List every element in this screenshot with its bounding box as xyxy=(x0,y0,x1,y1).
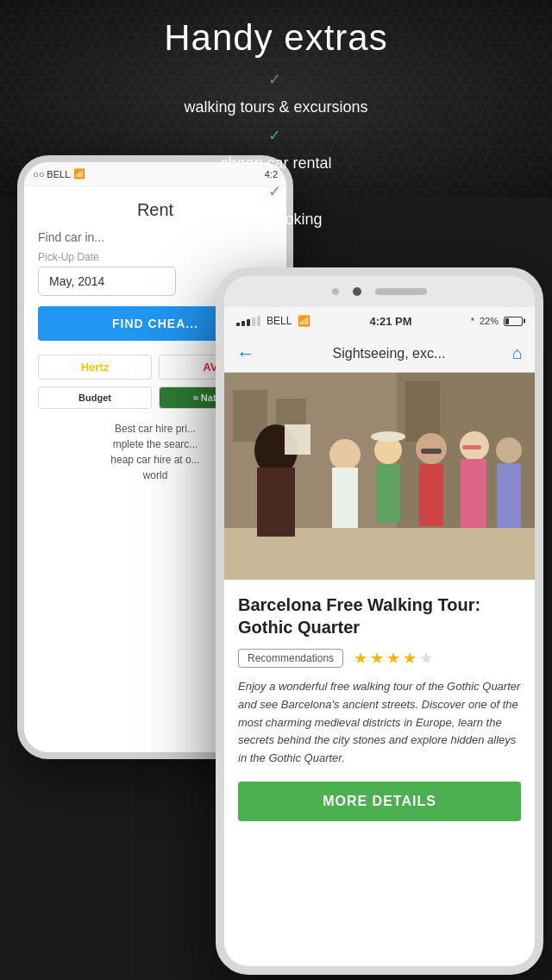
svg-rect-11 xyxy=(332,468,358,528)
status-time: 4:21 PM xyxy=(310,315,470,328)
star-3: ★ xyxy=(386,649,400,668)
front-statusbar: BELL 📶 4:21 PM * 22% xyxy=(224,307,535,335)
svg-point-13 xyxy=(371,431,405,442)
bluetooth-icon: * xyxy=(471,316,474,326)
star-5: ★ xyxy=(419,649,433,668)
front-screen: BELL 📶 4:21 PM * 22% ← Sightseeing, exc.… xyxy=(224,307,535,966)
feature-item-2: ✓ cheap car rental xyxy=(0,122,552,178)
speaker-bar xyxy=(375,288,427,295)
battery-fill xyxy=(505,318,509,324)
star-1: ★ xyxy=(354,649,367,668)
header-section: Handy extras ✓ walking tours & excursion… xyxy=(0,17,552,233)
svg-rect-22 xyxy=(462,445,481,449)
star-rating: ★ ★ ★ ★ ★ xyxy=(354,649,433,668)
feature-item-3: ✓ hotel booking xyxy=(0,178,552,234)
phone-front: BELL 📶 4:21 PM * 22% ← Sightseeing, exc.… xyxy=(216,267,543,975)
carrier-label: BELL xyxy=(267,315,292,327)
svg-rect-9 xyxy=(285,424,310,455)
svg-rect-18 xyxy=(461,459,486,528)
back-button[interactable]: ← xyxy=(236,342,255,365)
recommendations-badge: Recommendations xyxy=(238,649,343,668)
battery-icon xyxy=(504,317,523,326)
navbar: ← Sightseeing, exc... ⌂ xyxy=(224,335,535,373)
pickup-label: Pick-Up Date xyxy=(38,251,273,263)
statusbar-right: * 22% xyxy=(471,316,523,326)
star-2: ★ xyxy=(370,649,384,668)
svg-rect-21 xyxy=(421,449,442,454)
check-icon-2: ✓ xyxy=(0,122,549,149)
signal-strength xyxy=(236,316,260,326)
star-4: ★ xyxy=(403,649,417,668)
svg-rect-8 xyxy=(257,468,295,537)
svg-point-10 xyxy=(329,439,361,470)
svg-rect-16 xyxy=(419,464,443,526)
content-area: Barcelona Free Walking Tour: Gothic Quar… xyxy=(224,580,535,835)
page-title: Handy extras xyxy=(0,17,552,59)
tour-description: Enjoy a wonderful free walking tour of t… xyxy=(238,678,521,768)
pickup-date-input[interactable]: May, 2014 xyxy=(38,267,176,296)
phone-top-bar xyxy=(224,276,535,307)
tour-image xyxy=(224,373,535,580)
tour-image-svg xyxy=(224,373,535,580)
budget-logo: Budget xyxy=(38,386,152,409)
nav-title: Sightseeing, exc... xyxy=(266,346,512,361)
more-details-button[interactable]: MORE DETAILS xyxy=(238,782,521,821)
feature-item-1: ✓ walking tours & excursions xyxy=(0,66,552,122)
check-icon-3: ✓ xyxy=(0,178,549,205)
svg-rect-5 xyxy=(405,381,440,442)
wifi-icon: 📶 xyxy=(298,315,310,327)
speaker-dot xyxy=(332,288,339,295)
camera xyxy=(353,287,361,296)
badge-row: Recommendations ★ ★ ★ ★ ★ xyxy=(238,649,521,668)
svg-rect-14 xyxy=(376,464,400,523)
check-icon-1: ✓ xyxy=(0,66,549,93)
tour-title: Barcelona Free Walking Tour: Gothic Quar… xyxy=(238,594,521,638)
home-icon[interactable]: ⌂ xyxy=(512,343,523,363)
hertz-logo: Hertz xyxy=(38,355,152,380)
battery-label: 22% xyxy=(480,316,499,326)
svg-rect-20 xyxy=(497,463,521,528)
statusbar-left: BELL 📶 xyxy=(236,315,310,327)
svg-point-19 xyxy=(496,437,522,463)
feature-list: ✓ walking tours & excursions ✓ cheap car… xyxy=(0,66,552,233)
